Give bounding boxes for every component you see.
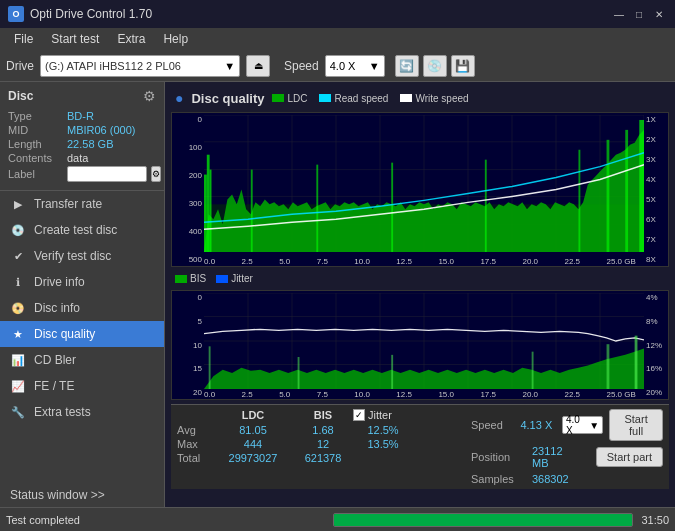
legend-jitter: Jitter bbox=[216, 273, 253, 284]
refresh-button[interactable]: 🔄 bbox=[395, 55, 419, 77]
sidebar-item-disc-quality[interactable]: ★ Disc quality bbox=[0, 321, 164, 347]
speed-select-small[interactable]: 4.0 X ▼ bbox=[562, 416, 603, 434]
chart-bottom-y-labels-right: 20% 16% 12% 8% 4% bbox=[644, 291, 668, 399]
total-label: Total bbox=[177, 452, 213, 464]
sidebar-item-verify-test-disc[interactable]: ✔ Verify test disc bbox=[0, 243, 164, 269]
svg-rect-23 bbox=[485, 160, 487, 252]
cd-bler-icon: 📊 bbox=[10, 352, 26, 368]
speed-dropdown-icon: ▼ bbox=[369, 60, 380, 72]
minimize-button[interactable]: — bbox=[611, 6, 627, 22]
drive-info-icon: ℹ bbox=[10, 274, 26, 290]
disc-section: Disc ⚙ Type BD-R MID MBIR06 (000) Length… bbox=[0, 82, 164, 191]
legend-bottom: BIS Jitter bbox=[171, 271, 669, 286]
label-label: Label bbox=[8, 168, 63, 180]
sidebar-item-create-test-disc[interactable]: 💿 Create test disc bbox=[0, 217, 164, 243]
samples-label: Samples bbox=[471, 473, 526, 485]
panel-icon: ● bbox=[175, 90, 183, 106]
sidebar: Disc ⚙ Type BD-R MID MBIR06 (000) Length… bbox=[0, 82, 165, 507]
disc-button[interactable]: 💿 bbox=[423, 55, 447, 77]
speed-info-label: Speed bbox=[471, 419, 514, 431]
sidebar-item-extra-tests[interactable]: 🔧 Extra tests bbox=[0, 399, 164, 425]
chart-top-svg bbox=[204, 115, 644, 252]
disc-quality-icon: ★ bbox=[10, 326, 26, 342]
mid-value: MBIR06 (000) bbox=[67, 124, 135, 136]
legend-bis: BIS bbox=[175, 273, 206, 284]
app-icon: O bbox=[8, 6, 24, 22]
chart-ldc: 500 400 300 200 100 0 8X 7X 6X 5X 4X 3X … bbox=[171, 112, 669, 267]
legend-write-speed: Write speed bbox=[400, 93, 468, 104]
sidebar-item-drive-info[interactable]: ℹ Drive info bbox=[0, 269, 164, 295]
sidebar-label-fe-te: FE / TE bbox=[34, 379, 74, 393]
panel-header: ● Disc quality LDC Read speed Write spee… bbox=[171, 88, 669, 108]
menu-bar: File Start test Extra Help bbox=[0, 28, 675, 50]
sidebar-item-fe-te[interactable]: 📈 FE / TE bbox=[0, 373, 164, 399]
stats-area: LDC BIS ✓ Jitter Avg 81.05 1.68 12.5% bbox=[171, 404, 669, 489]
stats-header-row: LDC BIS ✓ Jitter bbox=[177, 409, 463, 421]
start-full-button[interactable]: Start full bbox=[609, 409, 663, 441]
main-layout: Disc ⚙ Type BD-R MID MBIR06 (000) Length… bbox=[0, 82, 675, 507]
total-row: Total 29973027 621378 bbox=[177, 452, 463, 464]
disc-settings-icon[interactable]: ⚙ bbox=[143, 88, 156, 104]
sidebar-label-cd-bler: CD Bler bbox=[34, 353, 76, 367]
sidebar-label-transfer-rate: Transfer rate bbox=[34, 197, 102, 211]
menu-start-test[interactable]: Start test bbox=[43, 30, 107, 48]
legend-bis-label: BIS bbox=[190, 273, 206, 284]
status-text: Test completed bbox=[6, 514, 325, 526]
fe-te-icon: 📈 bbox=[10, 378, 26, 394]
legend-jitter-color bbox=[216, 275, 228, 283]
type-label: Type bbox=[8, 110, 63, 122]
speed-label: Speed bbox=[284, 59, 319, 73]
svg-rect-46 bbox=[607, 344, 610, 389]
start-part-button[interactable]: Start part bbox=[596, 447, 663, 467]
legend-ldc: LDC bbox=[272, 93, 307, 104]
legend-ldc-color bbox=[272, 94, 284, 102]
title-bar: O Opti Drive Control 1.70 — □ ✕ bbox=[0, 0, 675, 28]
avg-row: Avg 81.05 1.68 12.5% bbox=[177, 424, 463, 436]
progress-bar-container bbox=[333, 513, 633, 527]
sidebar-label-disc-quality: Disc quality bbox=[34, 327, 95, 341]
chart-top-y-labels: 500 400 300 200 100 0 bbox=[172, 113, 204, 266]
label-input[interactable] bbox=[67, 166, 147, 182]
svg-rect-20 bbox=[251, 170, 253, 252]
sidebar-item-transfer-rate[interactable]: ▶ Transfer rate bbox=[0, 191, 164, 217]
legend-read-color bbox=[319, 94, 331, 102]
svg-rect-47 bbox=[635, 336, 638, 389]
menu-file[interactable]: File bbox=[6, 30, 41, 48]
position-label: Position bbox=[471, 451, 526, 463]
eject-button[interactable]: ⏏ bbox=[246, 55, 270, 77]
speed-info-value: 4.13 X bbox=[520, 419, 556, 431]
status-window-link[interactable]: Status window >> bbox=[0, 483, 164, 507]
menu-help[interactable]: Help bbox=[155, 30, 196, 48]
max-ldc: 444 bbox=[213, 438, 293, 450]
sidebar-label-drive-info: Drive info bbox=[34, 275, 85, 289]
speed-selector[interactable]: 4.0 X ▼ bbox=[325, 55, 385, 77]
stats-left: LDC BIS ✓ Jitter Avg 81.05 1.68 12.5% bbox=[177, 409, 463, 485]
sidebar-item-disc-info[interactable]: 📀 Disc info bbox=[0, 295, 164, 321]
maximize-button[interactable]: □ bbox=[631, 6, 647, 22]
menu-extra[interactable]: Extra bbox=[109, 30, 153, 48]
drive-selector[interactable]: (G:) ATAPI iHBS112 2 PL06 ▼ bbox=[40, 55, 240, 77]
extra-tests-icon: 🔧 bbox=[10, 404, 26, 420]
save-button[interactable]: 💾 bbox=[451, 55, 475, 77]
stats-right: Speed 4.13 X 4.0 X ▼ Start full Position… bbox=[463, 409, 663, 485]
speed-value: 4.0 X bbox=[330, 60, 356, 72]
disc-section-title: Disc bbox=[8, 89, 33, 103]
close-button[interactable]: ✕ bbox=[651, 6, 667, 22]
app-title: Opti Drive Control 1.70 bbox=[30, 7, 152, 21]
svg-rect-19 bbox=[210, 170, 212, 252]
jitter-checkbox-group[interactable]: ✓ Jitter bbox=[353, 409, 392, 421]
svg-rect-27 bbox=[639, 120, 644, 252]
chart-top-x-labels: 0.0 2.5 5.0 7.5 10.0 12.5 15.0 17.5 20.0… bbox=[172, 257, 668, 266]
progress-bar-fill bbox=[334, 514, 632, 526]
legend-write-label: Write speed bbox=[415, 93, 468, 104]
legend-top: LDC Read speed Write speed bbox=[272, 93, 468, 104]
svg-rect-43 bbox=[298, 357, 300, 389]
chart-bottom-inner bbox=[204, 293, 644, 389]
jitter-checkbox[interactable]: ✓ bbox=[353, 409, 365, 421]
avg-label: Avg bbox=[177, 424, 213, 436]
label-settings-icon[interactable]: ⚙ bbox=[151, 166, 161, 182]
ldc-header: LDC bbox=[213, 409, 293, 421]
sidebar-item-cd-bler[interactable]: 📊 CD Bler bbox=[0, 347, 164, 373]
legend-write-color bbox=[400, 94, 412, 102]
speed-info-row: Speed 4.13 X 4.0 X ▼ Start full bbox=[471, 409, 663, 441]
